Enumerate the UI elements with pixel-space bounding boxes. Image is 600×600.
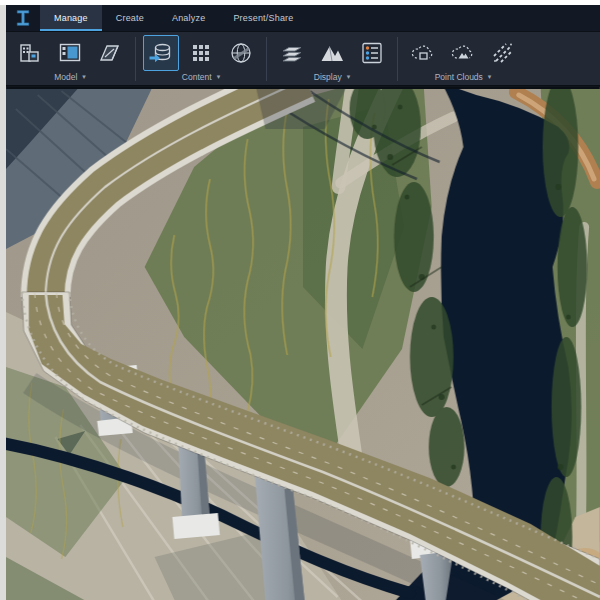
legend-list-icon[interactable] (354, 35, 390, 71)
ribbon-separator (266, 37, 267, 81)
dropdown-arrow-icon[interactable]: ▾ (82, 73, 86, 81)
model-3d-viewport[interactable] (6, 86, 600, 600)
ribbon-empty-area (527, 32, 600, 85)
point-cloud-hatch-icon[interactable] (485, 35, 521, 71)
tab-manage[interactable]: Manage (40, 5, 102, 31)
ribbon-group-display: Display▾ (268, 32, 396, 85)
ribbon-group-model: Model▾ (6, 32, 134, 85)
app-logo[interactable] (6, 5, 40, 31)
ribbon-tab-bar: Manage Create Analyze Present/Share (6, 5, 600, 32)
viewport-top-edge (6, 87, 600, 89)
point-cloud-terrain-icon[interactable] (445, 35, 481, 71)
point-cloud-box-icon[interactable] (405, 35, 441, 71)
ribbon-group-content: Content▾ (137, 32, 265, 85)
database-import-icon[interactable] (143, 35, 179, 71)
terrain-mountains-icon[interactable] (314, 35, 350, 71)
globe-tools-icon[interactable] (223, 35, 259, 71)
app-window: Manage Create Analyze Present/Share (6, 5, 600, 600)
ribbon-group-label: Point Clouds (435, 72, 483, 82)
grid-table-icon[interactable] (183, 35, 219, 71)
ribbon-group-point-clouds: Point Clouds▾ (399, 32, 527, 85)
ribbon-toolbar: Model▾ (6, 32, 600, 86)
buildings-model-icon[interactable] (12, 35, 48, 71)
bridge-scene (6, 87, 600, 600)
ribbon-separator (397, 37, 398, 81)
tab-present-share[interactable]: Present/Share (219, 5, 307, 31)
sheet-layers-icon[interactable] (92, 35, 128, 71)
tab-analyze[interactable]: Analyze (158, 5, 219, 31)
ribbon-group-label: Content (182, 72, 212, 82)
tab-create[interactable]: Create (102, 5, 158, 31)
ibeam-column-icon (14, 9, 32, 27)
dropdown-arrow-icon[interactable]: ▾ (488, 73, 492, 81)
dropdown-arrow-icon[interactable]: ▾ (347, 73, 351, 81)
view-panel-icon[interactable] (52, 35, 88, 71)
ribbon-group-label: Model (54, 72, 77, 82)
dropdown-arrow-icon[interactable]: ▾ (217, 73, 221, 81)
ribbon-group-label: Display (314, 72, 342, 82)
ribbon-separator (135, 37, 136, 81)
layers-stack-icon[interactable] (274, 35, 310, 71)
